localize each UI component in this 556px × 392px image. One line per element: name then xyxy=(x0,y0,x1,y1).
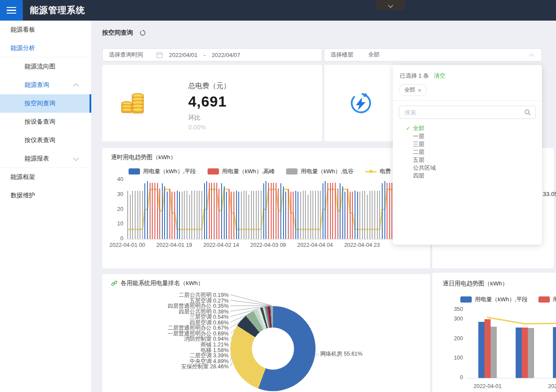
hourly-bar xyxy=(229,189,230,239)
hourly-xtick: 2022-04-04 04 xyxy=(293,242,337,248)
partial-value: 33.05 xyxy=(543,191,556,197)
floor-option-一层[interactable]: 一层 xyxy=(406,132,542,140)
hourly-bar xyxy=(352,192,353,239)
date-start[interactable]: 2022/04/01 xyxy=(169,52,197,58)
calendar-icon xyxy=(156,52,163,58)
sidebar-item-label: 能源查询 xyxy=(25,81,49,89)
hourly-bar xyxy=(265,181,266,239)
hourly-bar xyxy=(246,191,247,239)
sidebar-item-能源查询[interactable]: 能源查询 xyxy=(0,76,91,94)
hourly-bar xyxy=(285,192,286,239)
hourly-bar xyxy=(241,192,242,239)
sidebar-item-能源流向图[interactable]: 能源流向图 xyxy=(0,57,91,76)
hourly-bar xyxy=(344,192,345,239)
clear-selection-link[interactable]: 清空 xyxy=(434,72,445,79)
hourly-bar xyxy=(374,191,375,239)
total-cost-value: 4,691 xyxy=(188,93,230,110)
header-bar: 能源管理系统 xyxy=(0,0,556,21)
search-input[interactable] xyxy=(404,109,524,116)
sidebar-item-按设备查询[interactable]: 按设备查询 xyxy=(0,113,91,131)
hourly-bar xyxy=(204,183,205,239)
compare-label: 环比 xyxy=(188,114,230,122)
hourly-bar xyxy=(387,183,387,239)
floor-option-label: 五层 xyxy=(413,156,424,164)
chevron-up-icon xyxy=(73,83,79,89)
hourly-bar xyxy=(142,191,143,239)
hourly-bar xyxy=(132,191,133,239)
floor-option-公共区域[interactable]: 公共区域 xyxy=(406,164,542,172)
sidebar-item-按仪表查询[interactable]: 按仪表查询 xyxy=(0,131,91,150)
floor-option-全部[interactable]: ✓全部 xyxy=(406,125,542,132)
hourly-bar xyxy=(337,189,338,239)
hourly-bar xyxy=(288,189,289,239)
hourly-bar xyxy=(312,191,313,239)
hourly-bar xyxy=(187,191,187,239)
floor-option-label: 四层 xyxy=(413,172,424,180)
hourly-bar xyxy=(355,191,355,239)
hourly-bar xyxy=(258,191,259,239)
hourly-bar xyxy=(194,191,195,239)
hourly-ytick: 20 xyxy=(108,206,123,212)
hourly-bar xyxy=(174,192,175,239)
hourly-bar xyxy=(140,191,140,239)
date-range-picker[interactable]: 选择查询时间 2022/04/01 - 2022/04/07 xyxy=(102,48,322,61)
hourly-bar xyxy=(127,191,128,239)
sidebar-item-能源报表[interactable]: 能源报表 xyxy=(0,150,91,168)
hourly-bar xyxy=(335,183,336,239)
app-title: 能源管理系统 xyxy=(30,0,85,20)
hourly-bar xyxy=(305,191,306,239)
floor-option-二层[interactable]: 二层 xyxy=(406,148,542,156)
hourly-bar xyxy=(231,192,232,239)
hourly-bar xyxy=(214,183,215,239)
sidebar-item-能源框架[interactable]: 能源框架 xyxy=(0,168,91,186)
hourly-bar xyxy=(211,183,212,239)
floor-option-三层[interactable]: 三层 xyxy=(406,140,542,148)
search-box xyxy=(399,106,536,119)
daily-trend-card: 逐日用电趋势图（kWh） 用电量（kWh）,平段用电量（kWh）,高峰 0100… xyxy=(432,273,556,392)
hourly-bar xyxy=(238,192,239,239)
floor-option-label: 三层 xyxy=(413,140,424,148)
hourly-bar xyxy=(209,183,210,239)
floor-option-四层[interactable]: 四层 xyxy=(406,172,542,180)
sidebar-item-能源分析[interactable]: 能源分析 xyxy=(0,39,91,57)
hourly-bar xyxy=(268,183,269,239)
hourly-bar xyxy=(216,183,217,239)
hourly-bar xyxy=(300,192,301,239)
hourly-bar xyxy=(221,183,222,239)
date-separator: - xyxy=(204,52,205,58)
hourly-bar xyxy=(273,183,274,239)
hourly-xtick: 2022-04-01 00 xyxy=(105,242,149,248)
hourly-bar xyxy=(389,183,390,239)
legend-item[interactable]: 用电量（kWh）,高峰 xyxy=(208,167,275,175)
hourly-legend: 用电量（kWh）,平段用电量（kWh）,高峰用电量（kWh）,低谷电费（元） xyxy=(129,167,408,175)
total-cost-card: 总电费（元） 4,691 环比 0.00% xyxy=(102,65,322,141)
floor-option-label: 全部 xyxy=(413,125,424,132)
date-end[interactable]: 2022/04/07 xyxy=(212,52,240,58)
sidebar-item-label: 按空间查询 xyxy=(25,100,55,107)
floor-option-label: 二层 xyxy=(413,148,424,156)
refresh-icon[interactable] xyxy=(139,29,146,36)
hourly-bar xyxy=(147,181,148,239)
hourly-bar xyxy=(276,183,276,239)
hourly-xtick: 2022-04-03 09 xyxy=(246,242,290,248)
sidebar-item-按空间查询[interactable]: 按空间查询 xyxy=(0,94,91,113)
floor-option-五层[interactable]: 五层 xyxy=(406,156,542,164)
date-range-label: 选择查询时间 xyxy=(109,51,156,59)
hourly-bar xyxy=(367,195,368,239)
hourly-bar xyxy=(303,191,304,239)
hourly-bar xyxy=(253,191,254,239)
menu-toggle-button[interactable] xyxy=(0,0,23,21)
tag-close-icon[interactable]: × xyxy=(418,87,421,94)
floor-select-value: 全部 xyxy=(368,51,380,59)
chevron-down-icon xyxy=(388,3,393,7)
legend-item[interactable]: 用电量（kWh）,低谷 xyxy=(286,167,354,175)
legend-item[interactable]: 用电量（kWh）,平段 xyxy=(129,167,196,175)
sidebar-item-数据维护[interactable]: 数据维护 xyxy=(0,186,91,205)
hourly-bar xyxy=(323,183,323,239)
sidebar-item-能源看板[interactable]: 能源看板 xyxy=(0,21,91,39)
sidebar-item-label: 按仪表查询 xyxy=(25,136,55,144)
floor-select[interactable]: 选择楼层 全部 xyxy=(324,48,542,61)
hourly-bar xyxy=(308,195,308,239)
total-cost-title: 总电费（元） xyxy=(188,82,230,91)
top-dropdown-button[interactable] xyxy=(377,0,405,10)
